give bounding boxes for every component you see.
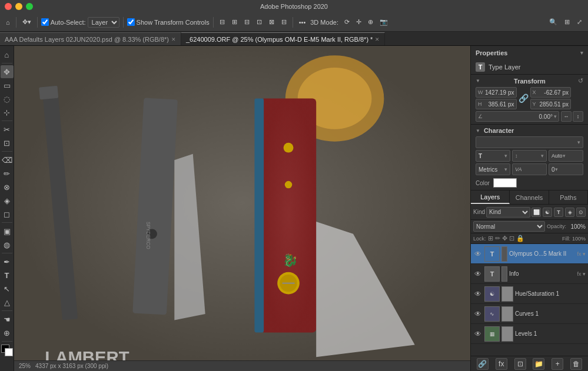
filter-select[interactable]: Kind bbox=[486, 207, 530, 218]
clone-tool[interactable]: ⊗ bbox=[1, 181, 14, 193]
align-left-button[interactable]: ⊟ bbox=[217, 17, 227, 27]
canvas-content[interactable]: LAMBERT SPYDERCO 🐉 bbox=[14, 46, 470, 360]
close-button[interactable] bbox=[5, 3, 12, 10]
tab-1[interactable]: AAA Defaults Layers 02JUN2020.psd @ 8.33… bbox=[0, 32, 181, 45]
leading-field[interactable]: ↕ ▾ bbox=[512, 150, 547, 162]
workspace-button[interactable]: ⊞ bbox=[562, 17, 572, 27]
eraser-tool[interactable]: ◻ bbox=[1, 208, 14, 220]
heal-tool[interactable]: ⌫ bbox=[1, 153, 14, 166]
layer-item-3[interactable]: 👁 ☯ Hue/Saturation 1 bbox=[471, 284, 588, 304]
crop-tool[interactable]: ✂ bbox=[1, 123, 14, 136]
lock-pixel-icon[interactable]: ✏ bbox=[495, 235, 500, 242]
history-brush-tool[interactable]: ◈ bbox=[1, 194, 14, 207]
window-controls[interactable] bbox=[5, 3, 33, 10]
magic-wand-tool[interactable]: ⊹ bbox=[1, 106, 14, 119]
x-field[interactable]: X -62.67 px bbox=[530, 87, 572, 98]
filter-shape-btn[interactable]: ◈ bbox=[565, 208, 574, 217]
filter-text-btn[interactable]: T bbox=[554, 208, 563, 217]
3d-rotate-button[interactable]: ⟳ bbox=[342, 17, 352, 27]
tab-channels[interactable]: Channels bbox=[510, 190, 549, 204]
align-right-button[interactable]: ⊟ bbox=[242, 17, 252, 27]
char-collapse[interactable]: ▼ bbox=[476, 128, 480, 133]
flip-h-button[interactable]: ↔ bbox=[561, 111, 572, 122]
gradient-tool[interactable]: ▣ bbox=[1, 225, 14, 238]
leading-auto-field[interactable]: Auto ▾ bbox=[549, 150, 583, 162]
tracking-method-dropdown[interactable]: Metrics ▾ bbox=[476, 163, 510, 175]
font-size-dropdown[interactable]: T ▾ bbox=[476, 150, 510, 162]
layer-item-1[interactable]: 👁 T Olympus O...5 Mark II fx ▾ bbox=[471, 244, 588, 264]
transform-collapse[interactable]: ▼ bbox=[476, 78, 480, 83]
layer-item-2[interactable]: 👁 T Info fx ▾ bbox=[471, 264, 588, 284]
home-button[interactable]: ⌂ bbox=[4, 18, 12, 27]
blend-mode-select[interactable]: Normal bbox=[473, 221, 545, 232]
show-transform-checkbox[interactable]: Show Transform Controls bbox=[127, 18, 210, 26]
options-button[interactable]: ⤢ bbox=[574, 17, 584, 27]
align-center-button[interactable]: ⊞ bbox=[230, 17, 240, 27]
more-options-button[interactable]: ••• bbox=[297, 18, 308, 27]
eyedropper-tool[interactable]: ⊡ bbox=[1, 136, 14, 149]
pen-tool[interactable]: ✒ bbox=[1, 255, 14, 268]
layer-5-visibility[interactable]: 👁 bbox=[473, 329, 483, 339]
tracking-value-field[interactable]: 0 ▾ bbox=[549, 163, 583, 175]
tab-layers[interactable]: Layers bbox=[471, 190, 510, 204]
layer-1-visibility[interactable]: 👁 bbox=[473, 249, 483, 259]
search-button[interactable]: 🔍 bbox=[547, 17, 560, 27]
hand-tool[interactable]: ☚ bbox=[1, 313, 14, 326]
filter-pixel-btn[interactable]: ⬜ bbox=[531, 208, 541, 217]
transform-refresh[interactable]: ↺ bbox=[578, 77, 583, 85]
zoom-tool[interactable]: ⊕ bbox=[1, 326, 14, 339]
add-mask-button[interactable]: ⊡ bbox=[514, 358, 526, 370]
add-fx-button[interactable]: fx bbox=[496, 358, 507, 370]
layer-item-4[interactable]: 👁 ∿ Curves 1 bbox=[471, 304, 588, 324]
layer-2-fx[interactable]: fx ▾ bbox=[577, 271, 586, 277]
y-field[interactable]: Y 2850.51 px bbox=[530, 99, 572, 109]
height-field[interactable]: H 385.61 px bbox=[476, 99, 517, 109]
tab-2[interactable]: _6240009.ORF @ 25% (Olympus OM-D E-M5 Ma… bbox=[181, 32, 385, 45]
new-layer-button[interactable]: + bbox=[552, 358, 563, 370]
new-group-button[interactable]: 📁 bbox=[533, 358, 544, 370]
panel-collapse[interactable]: ▾ bbox=[580, 50, 583, 56]
flip-v-button[interactable]: ↕ bbox=[573, 111, 583, 122]
layer-3-visibility[interactable]: 👁 bbox=[473, 289, 483, 299]
move-tool-button[interactable]: ✥▾ bbox=[20, 17, 34, 27]
brush-tool[interactable]: ✏ bbox=[1, 167, 14, 180]
link-wh-icon[interactable]: 🔗 bbox=[519, 93, 529, 103]
align-middle-button[interactable]: ⊠ bbox=[267, 17, 277, 27]
tab-1-close[interactable]: ✕ bbox=[171, 36, 176, 42]
dodge-tool[interactable]: ◍ bbox=[1, 238, 14, 251]
lasso-tool[interactable]: ◌ bbox=[1, 92, 14, 105]
filter-smart-btn[interactable]: ⊙ bbox=[576, 208, 586, 217]
minimize-button[interactable] bbox=[15, 3, 22, 10]
foreground-color[interactable] bbox=[1, 345, 13, 356]
lock-position-icon[interactable]: ✥ bbox=[502, 235, 507, 242]
layer-4-visibility[interactable]: 👁 bbox=[473, 309, 483, 319]
text-tool[interactable]: T bbox=[1, 269, 14, 282]
lock-transparent-icon[interactable]: ⊞ bbox=[488, 235, 493, 242]
layer-1-fx[interactable]: fx ▾ bbox=[577, 251, 586, 257]
align-bottom-button[interactable]: ⊟ bbox=[279, 17, 289, 27]
layer-2-visibility[interactable]: 👁 bbox=[473, 269, 483, 279]
align-top-button[interactable]: ⊡ bbox=[254, 17, 264, 27]
tab-paths[interactable]: Paths bbox=[549, 190, 588, 204]
angle-field[interactable]: ∠ 0.00° ▾ bbox=[476, 111, 559, 122]
canvas-area[interactable]: LAMBERT SPYDERCO 🐉 25% 4337 px x 3163 px… bbox=[14, 46, 470, 371]
auto-select-dropdown[interactable]: Layer bbox=[88, 17, 119, 28]
auto-select-checkbox[interactable]: Auto-Select: Layer bbox=[41, 17, 119, 28]
home-tool[interactable]: ⌂ bbox=[1, 48, 14, 61]
path-select-tool[interactable]: ↖ bbox=[1, 282, 14, 295]
color-swatch[interactable] bbox=[493, 178, 517, 188]
3d-pan-button[interactable]: ✛ bbox=[354, 17, 364, 27]
maximize-button[interactable] bbox=[26, 3, 33, 10]
lock-artboard-icon[interactable]: ⊡ bbox=[509, 235, 514, 242]
3d-zoom-button[interactable]: ⊕ bbox=[366, 17, 376, 27]
3d-camera-button[interactable]: 📷 bbox=[377, 17, 390, 27]
move-tool[interactable]: ✥ bbox=[1, 65, 14, 78]
tab-2-close[interactable]: ✕ bbox=[375, 36, 380, 42]
layer-item-5[interactable]: 👁 ▦ Levels 1 bbox=[471, 324, 588, 344]
add-link-button[interactable]: 🔗 bbox=[477, 358, 489, 370]
filter-adjust-btn[interactable]: ☯ bbox=[543, 208, 552, 217]
lock-all-icon[interactable]: 🔒 bbox=[516, 235, 524, 242]
marquee-tool[interactable]: ▭ bbox=[1, 79, 14, 92]
font-dropdown[interactable]: ▾ bbox=[476, 136, 583, 148]
delete-layer-button[interactable]: 🗑 bbox=[570, 358, 582, 370]
